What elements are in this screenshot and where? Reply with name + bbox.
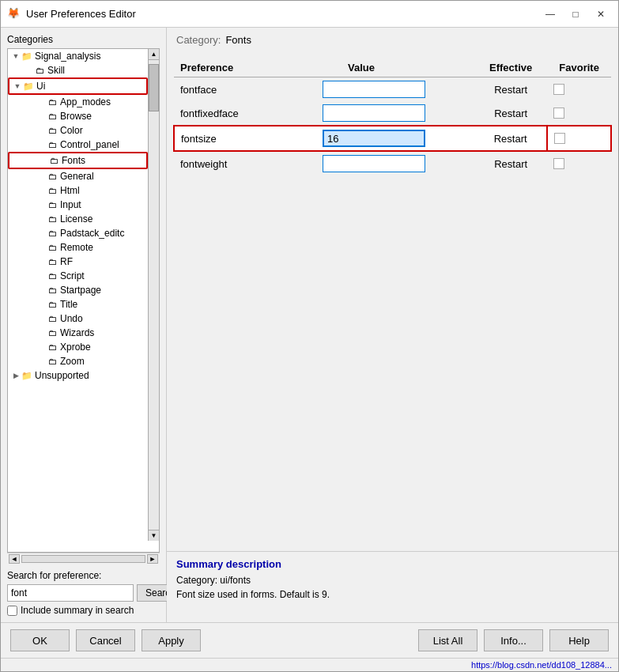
tree-label: Remote (60, 242, 93, 253)
category-header: Category: Fonts (167, 28, 618, 52)
fontfixedface-favorite-checkbox[interactable] (553, 108, 564, 119)
tree-item-wizards[interactable]: 🗀 Wizards (8, 326, 148, 340)
minimize-button[interactable]: — (539, 6, 561, 23)
summary-title: Summary description (176, 558, 609, 570)
status-bar: https://blog.csdn.net/dd108_12884... (1, 658, 618, 671)
tree-label: App_modes (60, 96, 111, 108)
vscroll-down-button[interactable]: ▼ (149, 530, 159, 541)
cancel-button[interactable]: Cancel (76, 629, 135, 651)
search-label: Search for preference: (7, 570, 160, 581)
tree-item-unsupported[interactable]: ▶ 📁 Unsupported (8, 368, 148, 383)
tree-item-padstack[interactable]: 🗀 Padstack_editc (8, 226, 148, 240)
fontface-favorite-checkbox[interactable] (553, 84, 564, 95)
tree-label: Wizards (60, 327, 94, 338)
pref-favorite-fontsize (547, 126, 611, 151)
help-button[interactable]: Help (549, 629, 609, 651)
include-summary-checkbox[interactable] (7, 606, 17, 616)
tree-label: Undo (60, 313, 83, 324)
hscroll-track (21, 555, 145, 563)
vscroll-up-button[interactable]: ▲ (149, 49, 159, 60)
tree-item-license[interactable]: 🗀 License (8, 212, 148, 226)
tree-item-color[interactable]: 🗀 Color (8, 123, 148, 138)
expand-icon (36, 327, 46, 339)
tree-item-zoom[interactable]: 🗀 Zoom (8, 354, 148, 368)
tree-item-xprobe[interactable]: 🗀 Xprobe (8, 340, 148, 354)
folder-icon-zoom: 🗀 (46, 355, 59, 368)
tree-item-browse[interactable]: 🗀 Browse (8, 109, 148, 123)
pref-effective-fontsize: Restart (474, 126, 547, 151)
tree-scroll[interactable]: ▼ 📁 Signal_analysis 🗀 Skill ▼ 📁 Ui (8, 49, 159, 552)
folder-icon-app-modes: 🗀 (46, 96, 59, 108)
folder-icon-xprobe: 🗀 (46, 341, 59, 353)
hscroll-right-button[interactable]: ► (147, 554, 158, 564)
fontsize-input[interactable] (323, 130, 425, 147)
expand-icon (36, 110, 46, 123)
expand-icon (36, 124, 46, 137)
folder-icon-html: 🗀 (46, 184, 59, 197)
expand-icon (36, 184, 46, 197)
col-header-preference: Preference (174, 59, 316, 77)
fontweight-input[interactable] (323, 155, 425, 172)
tree-item-startpage[interactable]: 🗀 Startpage (8, 283, 148, 297)
tree-vscrollbar[interactable]: ▲ ▼ (148, 49, 159, 541)
maximize-button[interactable]: □ (564, 6, 587, 23)
hscroll-left-button[interactable]: ◄ (9, 554, 20, 564)
tree-hscrollbar[interactable]: ◄ ► (7, 553, 160, 564)
pref-favorite-fontfixedface (547, 101, 611, 126)
tree-label: Color (60, 125, 83, 136)
folder-icon-title: 🗀 (46, 298, 59, 311)
folder-icon-browse: 🗀 (46, 110, 59, 123)
tree-label: RF (60, 256, 73, 267)
tree-item-general[interactable]: 🗀 General (8, 169, 148, 183)
tree-label: Control_panel (60, 139, 119, 150)
pref-favorite-fontweight (547, 151, 611, 176)
tree-label: Skill (47, 65, 65, 76)
summary-line-2: Font size used in forms. Default is 9. (176, 587, 609, 602)
tree-label: Ui (36, 81, 45, 92)
close-button[interactable]: ✕ (590, 6, 612, 23)
tree-item-undo[interactable]: 🗀 Undo (8, 311, 148, 326)
tree-label: Title (60, 299, 77, 310)
fontweight-favorite-checkbox[interactable] (553, 158, 564, 169)
tree-item-ui[interactable]: ▼ 📁 Ui (8, 77, 148, 95)
tree-item-control-panel[interactable]: 🗀 Control_panel (8, 138, 148, 152)
tree-label: License (60, 213, 92, 225)
expand-icon (36, 298, 46, 311)
pref-value-fontfixedface (316, 101, 474, 126)
preferences-table: Preference Value Effective Favorite font… (173, 59, 612, 176)
tree-item-script[interactable]: 🗀 Script (8, 269, 148, 283)
expand-icon (36, 270, 46, 282)
tree-item-app-modes[interactable]: 🗀 App_modes (8, 95, 148, 109)
ok-button[interactable]: OK (10, 629, 70, 651)
fontface-input[interactable] (323, 81, 425, 98)
table-row-fontface: fontface Restart (174, 77, 611, 102)
tree-item-remote[interactable]: 🗀 Remote (8, 240, 148, 255)
folder-icon-script: 🗀 (46, 270, 59, 282)
left-panel: Categories ▼ 📁 Signal_analysis 🗀 Skill (1, 28, 167, 622)
tree-label: Unsupported (35, 370, 89, 381)
folder-icon-signal: 📁 (21, 50, 33, 62)
col-header-effective: Effective (474, 59, 547, 77)
fontfixedface-input[interactable] (323, 104, 425, 122)
tree-item-title[interactable]: 🗀 Title (8, 297, 148, 311)
apply-button[interactable]: Apply (142, 629, 201, 651)
tree-item-skill[interactable]: 🗀 Skill (8, 63, 148, 77)
summary-line-1: Category: ui/fonts (176, 573, 609, 587)
expand-icon (36, 355, 46, 368)
vscroll-thumb[interactable] (149, 64, 159, 111)
folder-icon-ui: 📁 (22, 80, 35, 92)
category-label-text: Category: (176, 34, 221, 46)
expand-icon (36, 312, 46, 325)
tree-item-signal-analysis[interactable]: ▼ 📁 Signal_analysis (8, 49, 148, 63)
tree-item-input[interactable]: 🗀 Input (8, 198, 148, 212)
search-section: Search for preference: Search Include su… (1, 564, 166, 622)
include-summary-label: Include summary in search (21, 605, 134, 616)
tree-item-fonts[interactable]: 🗀 Fonts (8, 152, 148, 169)
tree-item-html[interactable]: 🗀 Html (8, 183, 148, 198)
search-input[interactable] (7, 584, 134, 602)
pref-effective-fontfixedface: Restart (474, 101, 547, 126)
info-button[interactable]: Info... (484, 629, 543, 651)
fontsize-favorite-checkbox[interactable] (554, 133, 565, 144)
list-all-button[interactable]: List All (418, 629, 477, 651)
tree-item-rf[interactable]: 🗀 RF (8, 255, 148, 269)
